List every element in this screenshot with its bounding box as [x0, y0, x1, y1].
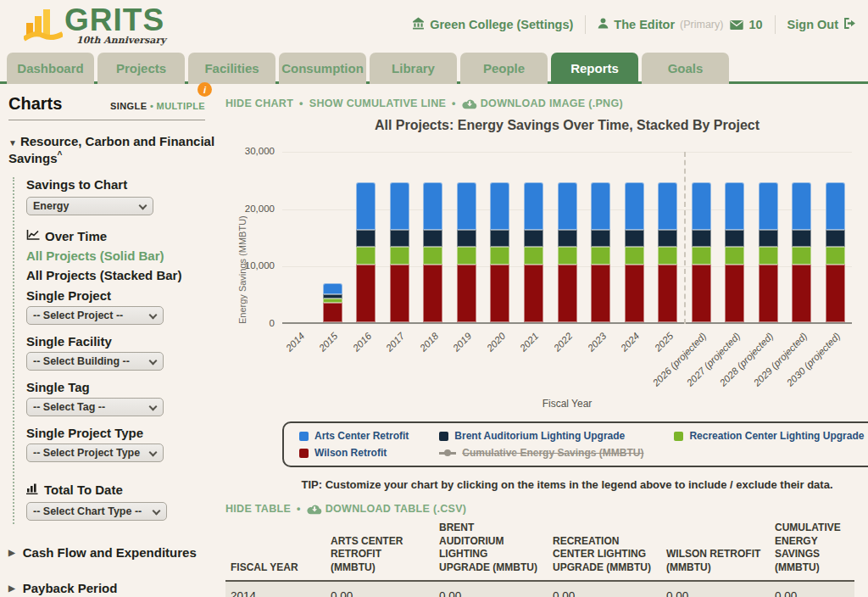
- legend-item-recreation-center-lighting-upgrade[interactable]: Recreation Center Lighting Upgrade: [674, 430, 864, 442]
- tab-consumption[interactable]: Consumption: [279, 53, 366, 84]
- single-tag-select[interactable]: -- Select Tag --: [26, 398, 164, 416]
- column-header-wilson-retrofit-mmbtu: WILSON RETROFIT (MMBTU): [661, 520, 770, 581]
- bar-segment-brent-auditorium-lighting-upgrade-2027-projected: [725, 230, 744, 248]
- bar-segment-wilson-retrofit-2028-projected: [759, 265, 778, 322]
- download-table-link[interactable]: DOWNLOAD TABLE (.CSV): [307, 503, 466, 515]
- info-badge[interactable]: i: [198, 82, 212, 97]
- all-projects-stacked-bar-link[interactable]: All Projects (Stacked Bar): [26, 268, 225, 282]
- tab-library[interactable]: Library: [370, 53, 457, 84]
- bar-segment-wilson-retrofit-2021: [524, 265, 543, 322]
- all-projects-solid-bar-link[interactable]: All Projects (Solid Bar): [26, 248, 225, 263]
- bar-segment-wilson-retrofit-2025: [658, 265, 677, 322]
- logo-bars-icon: [24, 6, 63, 47]
- header-divider: [775, 15, 776, 34]
- bar-segment-brent-auditorium-lighting-upgrade-2030-projected: [826, 230, 845, 248]
- bar-segment-arts-center-retrofit-2026-projected: [692, 182, 711, 230]
- brand-tagline: 10th Anniversary: [76, 35, 166, 46]
- mode-single-toggle[interactable]: SINGLE: [110, 101, 147, 111]
- column-header-cumulative-energy-savings-mmbtu: CUMULATIVE ENERGY SAVINGS (MMBTU): [770, 520, 854, 581]
- tab-people[interactable]: People: [460, 53, 548, 84]
- section-cash-flow-and-expenditures[interactable]: ▶Cash Flow and Expenditures: [8, 545, 225, 560]
- column-header-brent-auditorium-lighting-upgrade-mmbtu: BRENT AUDITORIUM LIGHTING UPGRADE (MMBTU…: [434, 520, 548, 581]
- tab-projects[interactable]: Projects: [97, 53, 185, 84]
- bar-chart-icon: [26, 483, 39, 497]
- link-bullet: •: [297, 503, 301, 515]
- legend-item-cumulative-energy-savings-mmbtu[interactable]: Cumulative Energy Savings (MMBTU): [439, 447, 643, 459]
- bar-segment-arts-center-retrofit-2027-projected: [725, 182, 744, 230]
- column-header-arts-center-retrofit-mmbtu: ARTS CENTER RETROFIT (MMBTU): [326, 520, 434, 581]
- table-cell: 0.00: [434, 581, 548, 597]
- legend-swatch: [674, 432, 683, 441]
- section-resource-carbon-financial[interactable]: ▼Resource, Carbon and Financial Savings^: [8, 134, 219, 167]
- download-image-link[interactable]: DOWNLOAD IMAGE (.PNG): [462, 98, 623, 109]
- bar-segment-arts-center-retrofit-2019: [457, 182, 476, 230]
- sidebar-title: Charts: [8, 94, 62, 114]
- legend-item-brent-auditorium-lighting-upgrade[interactable]: Brent Auditorium Lighting Upgrade: [439, 430, 643, 442]
- total-to-date-select[interactable]: -- Select Chart Type --: [26, 502, 167, 521]
- chart-plot-wrap: Energy Savings (MMBTU) 010,00020,00030,0…: [225, 142, 858, 396]
- tab-goals[interactable]: Goals: [642, 53, 729, 84]
- legend-label: Arts Center Retrofit: [314, 430, 409, 442]
- y-axis-tick: 30,000: [225, 146, 275, 156]
- header-divider: [585, 15, 586, 34]
- bar-segment-recreation-center-lighting-upgrade-2029-projected: [792, 247, 811, 265]
- bar-segment-brent-auditorium-lighting-upgrade-2015: [323, 294, 342, 298]
- bar-segment-brent-auditorium-lighting-upgrade-2028-projected: [759, 230, 778, 248]
- bar-segment-wilson-retrofit-2016: [356, 265, 376, 322]
- inbox-count[interactable]: 10: [748, 18, 762, 31]
- bar-segment-recreation-center-lighting-upgrade-2021: [524, 247, 543, 265]
- bar-segment-brent-auditorium-lighting-upgrade-2025: [658, 230, 677, 248]
- bar-segment-wilson-retrofit-2017: [390, 265, 409, 322]
- tab-dashboard[interactable]: Dashboard: [7, 53, 94, 84]
- bar-segment-wilson-retrofit-2023: [591, 265, 610, 322]
- bar-segment-brent-auditorium-lighting-upgrade-2020: [490, 230, 509, 248]
- bar-segment-brent-auditorium-lighting-upgrade-2019: [457, 230, 476, 248]
- data-table: FISCAL YEARARTS CENTER RETROFIT (MMBTU)B…: [225, 520, 854, 597]
- app-header: GRITS 10th Anniversary Green College (Se…: [0, 0, 868, 53]
- hide-table-link[interactable]: HIDE TABLE: [225, 503, 291, 515]
- line-chart-icon: [26, 229, 40, 243]
- gridline: [282, 152, 852, 153]
- bar-segment-recreation-center-lighting-upgrade-2020: [490, 247, 509, 265]
- chevron-down-icon: ▼: [8, 138, 17, 148]
- chevron-right-icon: ▶: [8, 548, 15, 557]
- tab-facilities[interactable]: Facilities: [188, 53, 275, 84]
- bar-segment-arts-center-retrofit-2021: [524, 182, 543, 230]
- table-cell: 0.00: [661, 581, 770, 597]
- user-account-link[interactable]: The Editor (Primary) 10: [598, 18, 762, 31]
- mail-icon[interactable]: [730, 20, 743, 30]
- savings-to-chart-select[interactable]: Energy: [26, 197, 153, 215]
- single-tag-label: Single Tag: [26, 380, 225, 394]
- bar-segment-wilson-retrofit-2030-projected: [826, 265, 845, 322]
- bar-segment-wilson-retrofit-2019: [457, 265, 476, 322]
- mode-separator: •: [150, 101, 153, 111]
- table-row-2014: 20140.000.000.000.000.00: [225, 581, 854, 597]
- mode-multiple-toggle[interactable]: MULTIPLE: [157, 101, 205, 111]
- show-cumulative-line-link[interactable]: SHOW CUMULATIVE LINE: [309, 98, 446, 109]
- sign-out-icon: [843, 18, 856, 31]
- sign-out-link[interactable]: Sign Out: [787, 18, 856, 31]
- tab-reports[interactable]: Reports: [551, 53, 638, 84]
- single-project-type-select[interactable]: -- Select Project Type --: [26, 444, 164, 462]
- bar-segment-recreation-center-lighting-upgrade-2019: [457, 247, 476, 265]
- bar-segment-arts-center-retrofit-2023: [591, 182, 610, 230]
- bar-segment-arts-center-retrofit-2017: [390, 182, 409, 230]
- org-settings-link[interactable]: Green College (Settings): [412, 17, 573, 32]
- single-project-select[interactable]: -- Select Project --: [26, 306, 164, 325]
- brand-name: GRITS: [64, 6, 166, 34]
- cloud-download-icon: [462, 98, 477, 109]
- legend-item-arts-center-retrofit[interactable]: Arts Center Retrofit: [299, 430, 409, 442]
- legend-label: Recreation Center Lighting Upgrade: [689, 430, 864, 442]
- y-axis-title: Energy Savings (MMBTU): [237, 152, 248, 324]
- legend-line-marker: [439, 452, 456, 455]
- section-superscript: ^: [58, 150, 63, 159]
- grits-logo[interactable]: GRITS 10th Anniversary: [24, 6, 166, 47]
- single-facility-select[interactable]: -- Select Building --: [26, 352, 164, 371]
- hide-chart-link[interactable]: HIDE CHART: [225, 98, 293, 109]
- section-label: Payback Period: [23, 581, 118, 595]
- bar-segment-recreation-center-lighting-upgrade-2022: [558, 247, 577, 265]
- bar-segment-arts-center-retrofit-2024: [625, 182, 644, 230]
- bar-segment-arts-center-retrofit-2018: [423, 182, 442, 230]
- section-payback-period[interactable]: ▶Payback Period: [8, 581, 225, 595]
- legend-item-wilson-retrofit[interactable]: Wilson Retrofit: [299, 447, 409, 459]
